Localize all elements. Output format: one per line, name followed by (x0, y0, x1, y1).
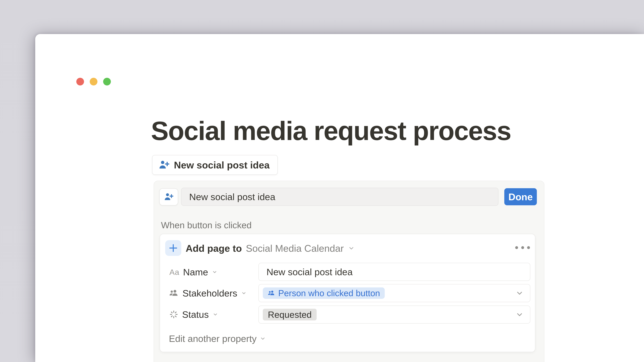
step-card-header: Add page to Social Media Calendar (186, 242, 355, 255)
window-zoom-button[interactable] (103, 78, 111, 85)
social-post-button-block[interactable]: New social post idea (152, 155, 278, 175)
property-selector-stakeholders[interactable]: Stakeholders (169, 286, 247, 300)
target-database-selector[interactable]: Social Media Calendar (246, 243, 344, 254)
person-add-icon (158, 159, 170, 170)
trigger-caption: When button is clicked (161, 220, 252, 230)
window-close-button[interactable] (76, 78, 84, 85)
people-icon (169, 288, 179, 298)
add-page-icon (165, 240, 181, 256)
page-title: Social media request process (151, 116, 511, 146)
status-value-field[interactable]: Requested (258, 306, 530, 324)
step-options-menu[interactable] (515, 246, 530, 250)
status-spinner-icon (169, 310, 178, 319)
app-window: Social media request process New social … (35, 34, 644, 362)
chevron-down-icon[interactable] (515, 310, 524, 319)
action-label: Add page to (186, 243, 242, 254)
window-minimize-button[interactable] (90, 78, 98, 85)
edit-another-property-button[interactable]: Edit another property (169, 332, 266, 346)
chevron-down-icon (212, 269, 218, 275)
ellipsis-icon (515, 246, 518, 249)
status-tag[interactable]: Requested (263, 309, 317, 321)
name-value-input[interactable]: New social post idea (258, 263, 530, 281)
chevron-down-icon (241, 290, 247, 296)
button-block-label: New social post idea (174, 159, 270, 171)
button-icon-picker[interactable] (159, 188, 178, 205)
done-button[interactable]: Done (504, 188, 537, 205)
property-selector-name[interactable]: Aa Name (170, 265, 218, 279)
person-chip[interactable]: Person who clicked button (263, 287, 385, 299)
stakeholders-value-field[interactable]: Person who clicked button (258, 284, 530, 302)
add-another-step-button[interactable]: Add another step (164, 360, 250, 362)
chevron-down-icon (260, 335, 266, 342)
person-add-icon (164, 192, 174, 202)
chevron-down-icon (212, 312, 218, 317)
property-selector-status[interactable]: Status (169, 307, 218, 322)
desktop: Social media request process New social … (0, 0, 644, 362)
text-property-icon: Aa (170, 268, 180, 277)
button-name-input[interactable] (181, 188, 498, 206)
chevron-down-icon[interactable] (515, 289, 524, 298)
chevron-down-icon[interactable] (348, 245, 355, 252)
people-icon (268, 289, 275, 297)
